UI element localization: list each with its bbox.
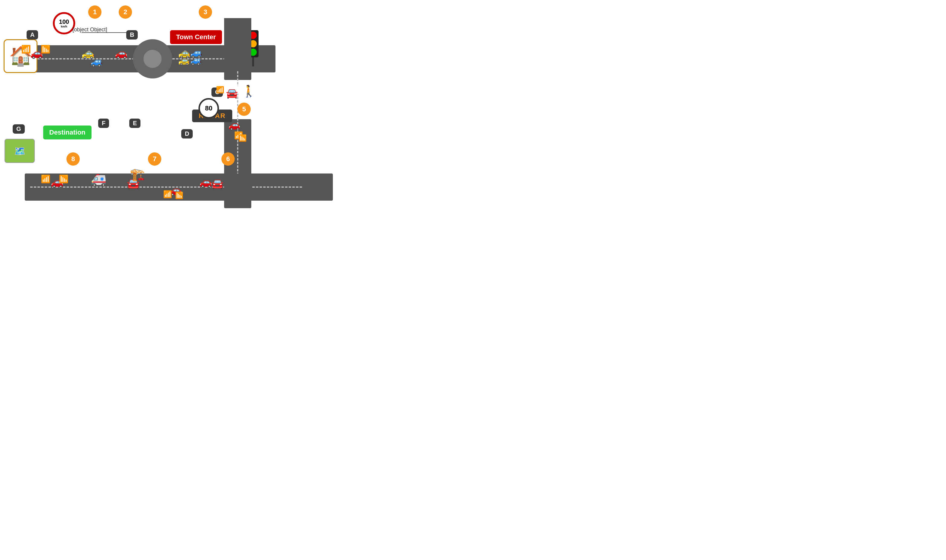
signal-waves-topleft: 📶	[21, 45, 31, 54]
label-e: E	[129, 118, 140, 128]
pedestrian-icon: 🚶	[242, 85, 256, 98]
signal-waves-orange: 📶	[216, 86, 224, 94]
num-2: 2	[119, 5, 132, 19]
junction-connector	[224, 44, 251, 71]
car-orange-bottomright: 🚘	[211, 178, 224, 189]
label-g: G	[13, 124, 25, 134]
signal-waves-redlower2: 📶	[239, 134, 247, 142]
speed-sign-80: 80	[198, 98, 219, 118]
ambulance: 🚑	[91, 172, 106, 187]
distance-label: [object Object]	[73, 26, 107, 33]
num-3: 3	[199, 5, 212, 19]
car-green-bottomright: 🚗	[199, 176, 212, 188]
bottom-road-dash	[30, 186, 302, 188]
junction-bottom-connector	[224, 174, 251, 201]
signal-waves-bottomleft: 📶	[41, 174, 51, 184]
roundabout	[133, 39, 172, 78]
construction-truck: 🏗️	[130, 168, 145, 182]
num-8: 8	[66, 152, 80, 166]
car-orange-rightroad: 🚘	[226, 88, 238, 99]
label-a: A	[26, 30, 38, 40]
destination-sign: Destination	[43, 126, 91, 139]
car-yellow-postround2: 🚕	[178, 55, 189, 66]
car-blue-postround2: 🚙	[190, 55, 201, 66]
label-d: D	[181, 129, 193, 138]
speed-sign-100: 100 km/h	[53, 12, 75, 34]
num-5: 5	[238, 103, 251, 116]
car-blue-top1: 🚙	[91, 56, 103, 67]
label-b: B	[126, 30, 138, 40]
num-1: 1	[88, 5, 102, 19]
num-6: 6	[221, 152, 235, 166]
distance-arrow	[82, 32, 130, 33]
signal-waves-bottomcenter: 📶	[163, 190, 172, 198]
map-thumbnail: 🗺️	[5, 139, 35, 163]
signal-waves-bottomleft2: 📶	[59, 174, 69, 184]
num-7: 7	[148, 152, 161, 166]
signal-waves-topleft2: 📶	[41, 45, 51, 54]
car-red-preroundabout: 🚗	[115, 47, 128, 59]
speed-100-number: 100	[59, 18, 69, 25]
speed-100-unit: km/h	[61, 25, 67, 28]
car-red-rightlower: 🚗	[228, 119, 241, 131]
label-f: F	[98, 118, 109, 128]
signal-waves-bottomcenter2: 📶	[175, 192, 183, 200]
town-center-sign: Town Center	[170, 30, 222, 44]
